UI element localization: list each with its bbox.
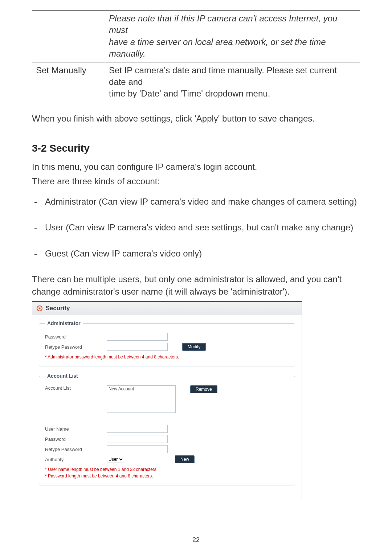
apply-note: When you finish with above settings, cli… [32, 112, 360, 125]
table-text-line: have a time server on local area network… [109, 37, 326, 58]
list-item: Guest (Can view IP camera's video only) [32, 247, 360, 260]
user-hint: * User name length must be between 1 and… [45, 466, 289, 479]
panel-header: Security [32, 302, 302, 315]
list-item: Administrator (Can view IP camera's vide… [32, 196, 360, 208]
table-text-line: time by 'Date' and 'Time' dropdown menu. [109, 89, 270, 98]
user-retype-password-input[interactable] [107, 445, 168, 453]
table-cell-desc: Set IP camera's date and time manually. … [105, 62, 360, 102]
table-cell-label: Set Manually [32, 62, 105, 102]
settings-table: Please note that if this IP camera can't… [32, 10, 360, 102]
retype-password-label: Retype Password [45, 344, 107, 350]
password-label: Password [45, 334, 107, 340]
security-panel: Security Administrator Password Retype P… [32, 301, 302, 500]
list-item: User (Can view IP camera's video and see… [32, 221, 360, 234]
administrator-fieldset: Administrator Password Retype Password M… [39, 320, 295, 366]
admin-retype-password-input[interactable] [107, 343, 168, 351]
fieldset-legend: Account List [45, 373, 80, 379]
list-item[interactable]: New Account [109, 386, 174, 391]
fieldset-legend: Administrator [45, 320, 83, 326]
table-cell-label [32, 11, 105, 62]
intro-line: There are three kinds of account: [32, 175, 360, 188]
account-list-fieldset: Account List Account List New Account Re… [39, 373, 295, 485]
remove-button[interactable]: Remove [190, 385, 217, 393]
divider [39, 419, 295, 419]
page-number: 22 [0, 536, 392, 544]
authority-label: Authority [45, 457, 107, 462]
admin-hint: * Administrator password length must be … [45, 354, 289, 360]
panel-title: Security [45, 305, 70, 312]
multi-user-note: There can be multiple users, but only on… [32, 273, 360, 297]
hint-line: * Password length must be between 4 and … [45, 473, 153, 479]
table-text-line: Please note that if this IP camera can't… [109, 13, 337, 35]
modify-button[interactable]: Modify [182, 343, 206, 351]
username-input[interactable] [107, 425, 168, 433]
retype-password-label: Retype Password [45, 447, 107, 452]
table-row: Please note that if this IP camera can't… [32, 11, 360, 62]
new-button[interactable]: New [175, 455, 195, 463]
security-icon [37, 305, 42, 311]
authority-select[interactable]: User [107, 456, 124, 463]
intro-line: In this menu, you can configure IP camer… [32, 161, 360, 173]
username-label: User Name [45, 426, 107, 432]
password-label: Password [45, 436, 107, 442]
table-cell-desc: Please note that if this IP camera can't… [105, 11, 360, 62]
account-list-label: Account List [45, 385, 107, 391]
hint-line: * User name length must be between 1 and… [45, 467, 158, 472]
roles-list: Administrator (Can view IP camera's vide… [32, 196, 360, 260]
table-row: Set Manually Set IP camera's date and ti… [32, 62, 360, 102]
admin-password-input[interactable] [107, 333, 168, 341]
user-password-input[interactable] [107, 435, 168, 443]
section-heading: 3-2 Security [32, 143, 360, 154]
account-listbox[interactable]: New Account [107, 385, 176, 413]
panel-body: Administrator Password Retype Password M… [32, 315, 302, 500]
table-text-line: Set IP camera's date and time manually. … [109, 65, 337, 87]
svg-point-1 [39, 308, 41, 309]
